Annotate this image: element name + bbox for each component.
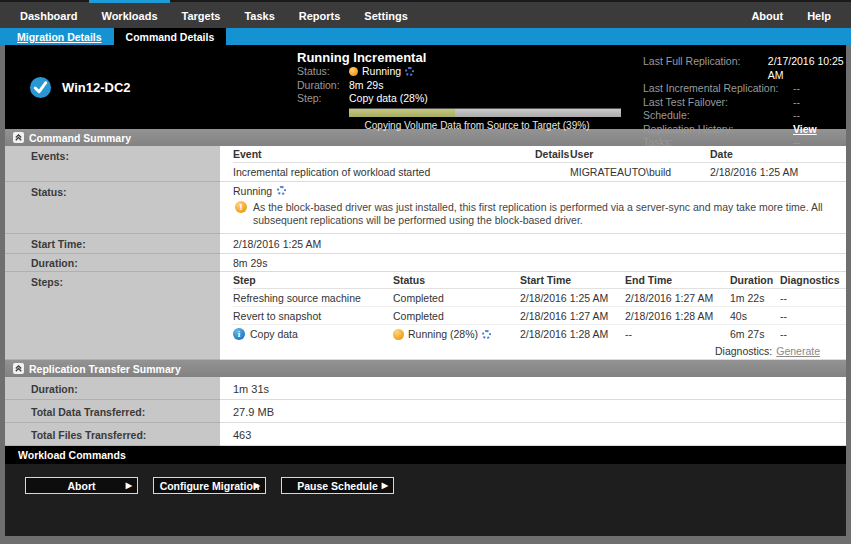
transfer-duration-row: Duration: 1m 31s — [5, 377, 846, 400]
tab-command-details[interactable]: Command Details — [114, 28, 227, 45]
events-row: Events: Event Details User Date Incremen… — [5, 146, 846, 182]
configure-migration-button-label: Configure Migration — [160, 480, 260, 492]
generate-diagnostics-link[interactable]: Generate — [776, 345, 820, 357]
diagnostics-label: Diagnostics: — [715, 345, 772, 357]
step-duration: 1m 22s — [730, 292, 780, 304]
collapse-transfer-summary-icon[interactable] — [13, 363, 24, 374]
tab-migration-details[interactable]: Migration Details — [5, 28, 114, 45]
configure-migration-button-arrow-icon: ▶ — [254, 481, 260, 490]
collapse-command-summary-icon[interactable] — [13, 132, 24, 143]
progress-caption: Copying Volume Data from Source to Targe… — [327, 120, 627, 131]
replication-history-view-link[interactable]: View — [793, 123, 817, 137]
step-duration: 6m 27s — [730, 328, 780, 340]
transfer-duration-label: Duration: — [5, 377, 220, 400]
nav-item-about[interactable]: About — [739, 0, 795, 28]
status-label: Status: — [297, 65, 349, 79]
last-full-replication-value: 2/17/2016 10:25 AM — [768, 55, 846, 82]
step-end: 2/18/2016 1:27 AM — [625, 292, 730, 304]
event-row: Incremental replication of workload star… — [233, 163, 846, 181]
start-time-row: Start Time: 2/18/2016 1:25 AM — [5, 234, 846, 254]
steps-col-start: Start Time — [520, 274, 625, 286]
step-name: Refreshing source machine — [233, 292, 361, 304]
step-start: 2/18/2016 1:27 AM — [520, 310, 625, 322]
total-data-value: 27.9 MB — [220, 400, 846, 423]
events-table: Event Details User Date Incremental repl… — [220, 146, 846, 182]
last-incremental-replication-value: -- — [793, 82, 800, 96]
replication-history-label: Replication History: — [643, 123, 793, 137]
event-name: Incremental replication of workload star… — [233, 166, 535, 178]
nav-item-workloads[interactable]: Workloads — [89, 0, 169, 28]
step-diagnostics: -- — [780, 310, 846, 322]
workload-commands-area: Abort ▶ Configure Migration ▶ Pause Sche… — [5, 464, 846, 536]
nav-item-help[interactable]: Help — [795, 0, 843, 28]
tasks-value: -- — [793, 136, 800, 150]
events-label: Events: — [5, 146, 220, 182]
progress-bar — [349, 108, 621, 117]
start-time-label: Start Time: — [5, 234, 220, 254]
nav-item-targets[interactable]: Targets — [170, 0, 233, 28]
nav-item-reports[interactable]: Reports — [287, 0, 353, 28]
tab-migration-details-label: Migration Details — [17, 31, 102, 43]
total-data-row: Total Data Transferred: 27.9 MB — [5, 400, 846, 423]
step-row-refresh: Refreshing source machine Completed 2/18… — [233, 289, 846, 307]
abort-button-arrow-icon: ▶ — [126, 481, 132, 490]
nav-item-settings[interactable]: Settings — [352, 0, 419, 28]
pause-schedule-button[interactable]: Pause Schedule ▶ — [281, 477, 394, 494]
replication-title: Running Incremental — [297, 50, 629, 65]
transfer-duration-value: 1m 31s — [220, 377, 846, 400]
nav-item-tasks[interactable]: Tasks — [232, 0, 286, 28]
event-date: 2/18/2016 1:25 AM — [710, 166, 846, 178]
step-duration: 40s — [730, 310, 780, 322]
step-status: Running (28%) — [408, 328, 478, 340]
total-data-label: Total Data Transferred: — [5, 400, 220, 423]
steps-col-diagnostics: Diagnostics — [780, 274, 846, 286]
summary-status-spinner-icon — [277, 186, 286, 195]
step-name: Copy data — [250, 328, 298, 340]
total-files-value: 463 — [220, 423, 846, 446]
step-status: Completed — [393, 310, 444, 322]
events-col-event: Event — [233, 148, 535, 160]
nav-item-dashboard[interactable]: Dashboard — [8, 0, 89, 28]
steps-col-end: End Time — [625, 274, 730, 286]
step-label: Step: — [297, 92, 349, 106]
last-full-replication-label: Last Full Replication: — [643, 55, 768, 82]
step-diagnostics: -- — [780, 292, 846, 304]
last-test-failover-label: Last Test Failover: — [643, 96, 793, 110]
summary-duration-label: Duration: — [5, 254, 220, 272]
warning-icon: ! — [235, 201, 247, 213]
replication-status-panel: Running Incremental Status: Running Dura… — [297, 45, 629, 129]
start-time-value: 2/18/2016 1:25 AM — [220, 234, 846, 254]
configure-migration-button[interactable]: Configure Migration ▶ — [153, 477, 266, 494]
step-row-copy-data: i Copy data Running (28%) 2/18/2016 1:28… — [233, 325, 846, 343]
steps-row: Steps: Step Status Start Time End Time D… — [5, 272, 846, 360]
step-value: Copy data (28%) — [349, 92, 428, 106]
status-value: Running — [362, 65, 401, 79]
driver-note: ! As the block-based driver was just ins… — [233, 199, 846, 233]
step-name: Revert to snapshot — [233, 310, 321, 322]
command-summary-title: Command Summary — [29, 132, 131, 144]
total-files-label: Total Files Transferred: — [5, 423, 220, 446]
step-end: 2/18/2016 1:28 AM — [625, 310, 730, 322]
workload-commands-title: Workload Commands — [18, 449, 126, 461]
last-test-failover-value: -- — [793, 96, 800, 110]
steps-table: Step Status Start Time End Time Duration… — [220, 272, 846, 360]
status-row: Status: Running ! As the block-based dri… — [5, 182, 846, 234]
schedule-label: Schedule: — [643, 109, 793, 123]
abort-button[interactable]: Abort ▶ — [25, 477, 138, 494]
tab-bar: Migration Details Command Details — [0, 28, 851, 45]
abort-button-label: Abort — [68, 480, 96, 492]
last-incremental-replication-label: Last Incremental Replication: — [643, 82, 793, 96]
steps-col-status: Status — [393, 274, 520, 286]
summary-duration-value: 8m 29s — [220, 254, 846, 272]
status-orange-dot-icon — [349, 67, 358, 76]
workload-name: Win12-DC2 — [62, 80, 131, 95]
progress-bar-fill — [349, 109, 455, 117]
workload-identity: Win12-DC2 — [5, 45, 297, 129]
total-files-row: Total Files Transferred: 463 — [5, 423, 846, 446]
duration-label: Duration: — [297, 79, 349, 93]
tasks-label: Tasks: — [643, 136, 793, 150]
status-spinner-icon — [405, 67, 414, 76]
event-user: MIGRATEAUTO\build — [570, 166, 710, 178]
info-icon[interactable]: i — [233, 328, 245, 340]
pause-schedule-button-arrow-icon: ▶ — [382, 481, 388, 490]
